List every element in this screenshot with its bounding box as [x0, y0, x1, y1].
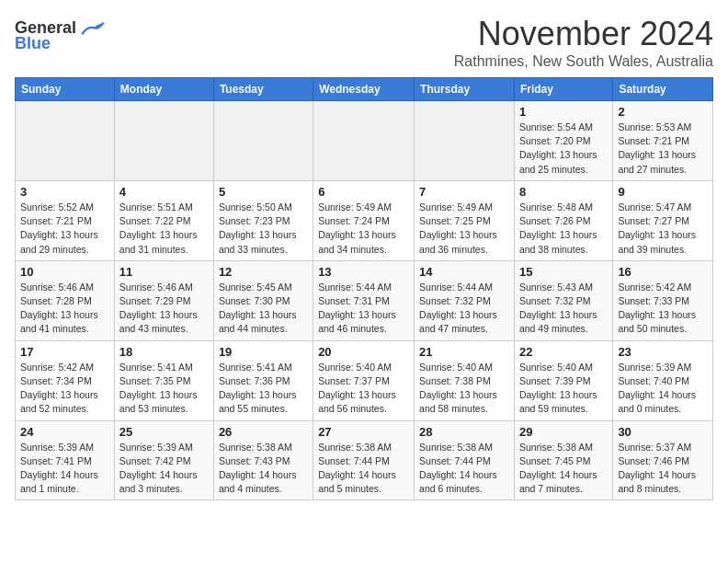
day-detail: Sunrise: 5:43 AMSunset: 7:32 PMDaylight:… [519, 281, 608, 337]
day-number: 12 [219, 265, 308, 279]
calendar-day-header: Monday [114, 78, 213, 101]
calendar-day-cell: 22Sunrise: 5:40 AMSunset: 7:39 PMDayligh… [514, 340, 612, 420]
day-number: 19 [219, 345, 308, 359]
calendar-day-cell: 4Sunrise: 5:51 AMSunset: 7:22 PMDaylight… [114, 180, 213, 260]
calendar-day-cell: 1Sunrise: 5:54 AMSunset: 7:20 PMDaylight… [514, 101, 612, 181]
calendar-day-cell: 12Sunrise: 5:45 AMSunset: 7:30 PMDayligh… [213, 260, 313, 340]
calendar-week-row: 17Sunrise: 5:42 AMSunset: 7:34 PMDayligh… [16, 340, 713, 420]
day-number: 25 [119, 425, 209, 439]
day-number: 9 [618, 185, 708, 199]
day-number: 21 [419, 345, 509, 359]
calendar-day-cell: 18Sunrise: 5:41 AMSunset: 7:35 PMDayligh… [114, 340, 213, 420]
day-number: 30 [618, 425, 708, 439]
day-number: 28 [419, 425, 509, 439]
calendar-day-cell: 21Sunrise: 5:40 AMSunset: 7:38 PMDayligh… [415, 340, 515, 420]
day-detail: Sunrise: 5:38 AMSunset: 7:45 PMDaylight:… [519, 441, 608, 497]
calendar-header-row: SundayMondayTuesdayWednesdayThursdayFrid… [16, 78, 713, 101]
day-number: 16 [618, 265, 708, 279]
calendar-day-header: Friday [514, 78, 612, 101]
calendar-day-cell: 20Sunrise: 5:40 AMSunset: 7:37 PMDayligh… [313, 340, 415, 420]
logo-bird-icon [80, 19, 106, 38]
day-detail: Sunrise: 5:39 AMSunset: 7:40 PMDaylight:… [618, 361, 708, 417]
day-number: 17 [20, 345, 109, 359]
calendar-day-cell: 10Sunrise: 5:46 AMSunset: 7:28 PMDayligh… [16, 260, 115, 340]
calendar-day-cell: 9Sunrise: 5:47 AMSunset: 7:27 PMDaylight… [613, 180, 713, 260]
day-number: 26 [219, 425, 308, 439]
day-number: 3 [20, 185, 109, 199]
day-detail: Sunrise: 5:38 AMSunset: 7:44 PMDaylight:… [419, 441, 509, 497]
day-number: 29 [519, 425, 608, 439]
calendar-day-cell: 29Sunrise: 5:38 AMSunset: 7:45 PMDayligh… [514, 420, 612, 500]
calendar-day-cell [415, 101, 515, 181]
day-detail: Sunrise: 5:38 AMSunset: 7:44 PMDaylight:… [318, 441, 409, 497]
calendar-day-cell: 2Sunrise: 5:53 AMSunset: 7:21 PMDaylight… [613, 101, 713, 181]
page-header: General Blue November 2024 Rathmines, Ne… [15, 15, 713, 70]
calendar-day-cell: 15Sunrise: 5:43 AMSunset: 7:32 PMDayligh… [514, 260, 612, 340]
calendar-day-cell: 28Sunrise: 5:38 AMSunset: 7:44 PMDayligh… [415, 420, 515, 500]
day-detail: Sunrise: 5:40 AMSunset: 7:38 PMDaylight:… [419, 361, 509, 417]
day-detail: Sunrise: 5:38 AMSunset: 7:43 PMDaylight:… [219, 441, 308, 497]
calendar-day-cell [114, 101, 213, 181]
calendar-week-row: 3Sunrise: 5:52 AMSunset: 7:21 PMDaylight… [16, 180, 713, 260]
day-number: 23 [618, 345, 708, 359]
day-number: 4 [119, 185, 209, 199]
calendar-day-cell [213, 101, 313, 181]
calendar-day-cell: 27Sunrise: 5:38 AMSunset: 7:44 PMDayligh… [313, 420, 415, 500]
calendar-day-cell [313, 101, 415, 181]
calendar-day-header: Thursday [415, 78, 515, 101]
calendar-table: SundayMondayTuesdayWednesdayThursdayFrid… [15, 77, 713, 500]
day-detail: Sunrise: 5:52 AMSunset: 7:21 PMDaylight:… [20, 201, 109, 257]
calendar-day-cell: 24Sunrise: 5:39 AMSunset: 7:41 PMDayligh… [16, 420, 115, 500]
calendar-day-cell: 13Sunrise: 5:44 AMSunset: 7:31 PMDayligh… [313, 260, 415, 340]
day-detail: Sunrise: 5:50 AMSunset: 7:23 PMDaylight:… [219, 201, 308, 257]
logo-blue-text: Blue [15, 34, 51, 53]
day-number: 6 [318, 185, 409, 199]
calendar-day-header: Sunday [16, 78, 115, 101]
day-number: 2 [618, 105, 708, 119]
day-detail: Sunrise: 5:46 AMSunset: 7:29 PMDaylight:… [119, 281, 209, 337]
title-area: November 2024 Rathmines, New South Wales… [454, 15, 713, 70]
calendar-day-cell [16, 101, 115, 181]
calendar-day-cell: 3Sunrise: 5:52 AMSunset: 7:21 PMDaylight… [16, 180, 115, 260]
day-detail: Sunrise: 5:42 AMSunset: 7:34 PMDaylight:… [20, 361, 109, 417]
day-detail: Sunrise: 5:37 AMSunset: 7:46 PMDaylight:… [618, 441, 708, 497]
day-detail: Sunrise: 5:41 AMSunset: 7:35 PMDaylight:… [119, 361, 209, 417]
calendar-day-cell: 7Sunrise: 5:49 AMSunset: 7:25 PMDaylight… [415, 180, 515, 260]
day-detail: Sunrise: 5:54 AMSunset: 7:20 PMDaylight:… [519, 121, 608, 177]
calendar-week-row: 24Sunrise: 5:39 AMSunset: 7:41 PMDayligh… [16, 420, 713, 500]
location-subtitle: Rathmines, New South Wales, Australia [454, 53, 713, 70]
logo: General Blue [15, 18, 106, 53]
day-detail: Sunrise: 5:39 AMSunset: 7:41 PMDaylight:… [20, 441, 109, 497]
day-number: 14 [419, 265, 509, 279]
day-detail: Sunrise: 5:41 AMSunset: 7:36 PMDaylight:… [219, 361, 308, 417]
day-number: 10 [20, 265, 109, 279]
day-number: 22 [519, 345, 608, 359]
day-detail: Sunrise: 5:44 AMSunset: 7:31 PMDaylight:… [318, 281, 409, 337]
calendar-day-cell: 11Sunrise: 5:46 AMSunset: 7:29 PMDayligh… [114, 260, 213, 340]
day-number: 1 [519, 105, 608, 119]
day-detail: Sunrise: 5:40 AMSunset: 7:37 PMDaylight:… [318, 361, 409, 417]
month-title: November 2024 [454, 15, 713, 53]
day-detail: Sunrise: 5:46 AMSunset: 7:28 PMDaylight:… [20, 281, 109, 337]
day-number: 27 [318, 425, 409, 439]
calendar-week-row: 10Sunrise: 5:46 AMSunset: 7:28 PMDayligh… [16, 260, 713, 340]
calendar-day-cell: 8Sunrise: 5:48 AMSunset: 7:26 PMDaylight… [514, 180, 612, 260]
day-number: 18 [119, 345, 209, 359]
calendar-day-cell: 17Sunrise: 5:42 AMSunset: 7:34 PMDayligh… [16, 340, 115, 420]
day-number: 8 [519, 185, 608, 199]
calendar-day-cell: 26Sunrise: 5:38 AMSunset: 7:43 PMDayligh… [213, 420, 313, 500]
day-detail: Sunrise: 5:49 AMSunset: 7:25 PMDaylight:… [419, 201, 509, 257]
calendar-day-cell: 14Sunrise: 5:44 AMSunset: 7:32 PMDayligh… [415, 260, 515, 340]
day-detail: Sunrise: 5:44 AMSunset: 7:32 PMDaylight:… [419, 281, 509, 337]
calendar-day-cell: 25Sunrise: 5:39 AMSunset: 7:42 PMDayligh… [114, 420, 213, 500]
day-number: 5 [219, 185, 308, 199]
calendar-day-cell: 5Sunrise: 5:50 AMSunset: 7:23 PMDaylight… [213, 180, 313, 260]
day-number: 20 [318, 345, 409, 359]
day-detail: Sunrise: 5:53 AMSunset: 7:21 PMDaylight:… [618, 121, 708, 177]
day-detail: Sunrise: 5:40 AMSunset: 7:39 PMDaylight:… [519, 361, 608, 417]
calendar-day-cell: 16Sunrise: 5:42 AMSunset: 7:33 PMDayligh… [613, 260, 713, 340]
calendar-day-cell: 19Sunrise: 5:41 AMSunset: 7:36 PMDayligh… [213, 340, 313, 420]
day-detail: Sunrise: 5:51 AMSunset: 7:22 PMDaylight:… [119, 201, 209, 257]
day-detail: Sunrise: 5:48 AMSunset: 7:26 PMDaylight:… [519, 201, 608, 257]
day-detail: Sunrise: 5:49 AMSunset: 7:24 PMDaylight:… [318, 201, 409, 257]
